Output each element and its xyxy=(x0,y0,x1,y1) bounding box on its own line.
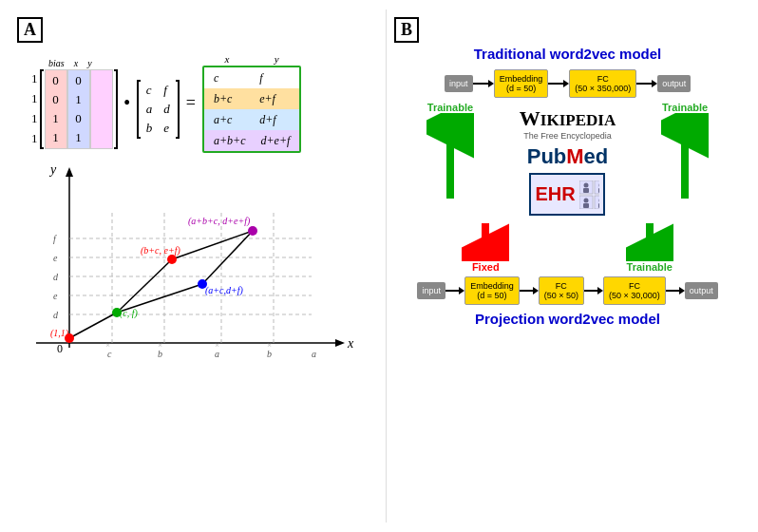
result-x-label: x xyxy=(225,53,230,65)
trad-arrow2 xyxy=(548,78,569,89)
result-row-2-x: a+c xyxy=(214,113,244,127)
result-matrix: x y c f b+c e+f a+c d+f xyxy=(202,53,301,153)
trad-trainable-up-arrow2 xyxy=(661,113,709,208)
y-col-label: y xyxy=(87,58,91,68)
proj-embedding-box: Embedding (d = 50) xyxy=(464,276,520,305)
svg-point-38 xyxy=(167,255,177,264)
svg-text:e: e xyxy=(53,291,58,301)
svg-text:(1,1): (1,1) xyxy=(50,328,69,339)
svg-marker-70 xyxy=(533,287,539,294)
graph-svg: y x 0 d e d e f xyxy=(17,162,378,381)
svg-text:y: y xyxy=(48,162,57,177)
svg-text:d: d xyxy=(53,272,59,282)
traditional-model: Traditional word2vec model input Embeddi… xyxy=(394,46,741,225)
traditional-title: Traditional word2vec model xyxy=(394,46,741,62)
svg-marker-46 xyxy=(488,80,494,87)
svg-text:0: 0 xyxy=(57,342,63,355)
svg-text:c: c xyxy=(107,349,112,359)
trad-trainable2: Trainable xyxy=(662,102,708,113)
svg-text:a: a xyxy=(312,349,316,359)
svg-text:(b+c, e+f): (b+c, e+f) xyxy=(141,245,180,256)
pubmed-logo: PubMed xyxy=(527,144,609,169)
result-row-2-y: d+f xyxy=(259,113,290,127)
svg-text:b: b xyxy=(267,349,272,359)
proj-input-box: input xyxy=(417,282,445,299)
panel-a: A bias x y 1 1 1 1 xyxy=(9,10,386,522)
svg-text:x: x xyxy=(347,336,354,351)
result-y-label: y xyxy=(275,53,279,65)
trad-input-box: input xyxy=(445,75,473,92)
result-row-3-y: d+e+f xyxy=(261,134,291,148)
trad-arrow3 xyxy=(636,78,657,89)
svg-marker-1 xyxy=(66,167,73,177)
svg-line-33 xyxy=(172,231,253,259)
trad-trainable1: Trainable xyxy=(427,102,473,113)
svg-text:×: × xyxy=(105,340,110,350)
proj-arrow1 xyxy=(445,285,464,296)
svg-text:×: × xyxy=(158,340,162,350)
dot-product: • xyxy=(124,93,130,113)
svg-rect-59 xyxy=(598,188,600,193)
trad-trainable-up-arrow xyxy=(426,113,474,208)
result-row-1-y: e+f xyxy=(259,92,290,106)
proj-arrow3 xyxy=(584,285,603,296)
equals-sign: = xyxy=(186,93,196,113)
svg-rect-61 xyxy=(583,203,589,208)
svg-rect-63 xyxy=(598,203,600,208)
wikipedia-logo: WIKIPEDIA The Free Encyclopedia xyxy=(520,106,616,141)
panel-b: B Traditional word2vec model input Embed… xyxy=(386,10,749,522)
ehr-icons xyxy=(579,180,600,209)
svg-text:(a+c,d+f): (a+c,d+f) xyxy=(205,285,244,296)
svg-text:×: × xyxy=(267,340,272,350)
svg-marker-74 xyxy=(679,287,685,294)
svg-line-30 xyxy=(69,313,117,338)
trad-arrow1 xyxy=(473,78,494,89)
svg-marker-3 xyxy=(335,339,345,347)
svg-rect-57 xyxy=(583,188,589,193)
trad-fc-box: FC (50 × 350,000) xyxy=(569,69,636,98)
svg-point-56 xyxy=(583,182,588,187)
mid-matrix: c a b f d e xyxy=(137,68,180,139)
svg-text:(c, f): (c, f) xyxy=(120,308,139,319)
svg-point-60 xyxy=(583,198,588,202)
svg-line-32 xyxy=(117,259,172,313)
svg-text:(a+b+c, d+e+f): (a+b+c, d+e+f) xyxy=(188,216,251,227)
proj-arrow2 xyxy=(520,285,539,296)
result-row-1-x: b+c xyxy=(214,92,244,106)
bias-col-label: bias xyxy=(48,58,65,68)
proj-output-box: output xyxy=(685,282,718,299)
projection-title: Projection word2vec model xyxy=(394,311,741,327)
svg-point-39 xyxy=(248,226,257,236)
proj-fixed-label: Fixed xyxy=(472,261,500,273)
proj-fc2-box: FC (50 × 30,000) xyxy=(603,276,666,305)
result-row-0-x: c xyxy=(214,71,244,86)
ehr-box: EHR xyxy=(529,173,605,216)
result-row-3-x: a+b+c xyxy=(214,134,246,148)
coordinate-graph: y x 0 d e d e f xyxy=(17,162,378,381)
svg-text:d: d xyxy=(53,310,59,320)
x-col-label: x xyxy=(74,58,78,68)
projection-model: Fixed Trainable input Embedding (d = xyxy=(394,216,741,327)
result-row-0-y: f xyxy=(259,71,290,86)
proj-arrow4 xyxy=(666,285,685,296)
trad-output-box: output xyxy=(657,75,691,92)
svg-text:f: f xyxy=(53,234,57,244)
svg-text:e: e xyxy=(53,253,58,263)
panel-b-label: B xyxy=(394,17,419,43)
panel-a-label: A xyxy=(17,17,43,43)
proj-fc1-box: FC (50 × 50) xyxy=(539,276,584,305)
trad-embedding-box: Embedding (d = 50) xyxy=(494,69,549,98)
svg-text:×: × xyxy=(215,340,219,350)
svg-text:b: b xyxy=(158,349,162,359)
proj-trainable-label: Trainable xyxy=(627,261,673,273)
svg-text:a: a xyxy=(215,349,219,359)
left-matrix: bias x y 1 1 1 1 0 xyxy=(31,58,118,149)
